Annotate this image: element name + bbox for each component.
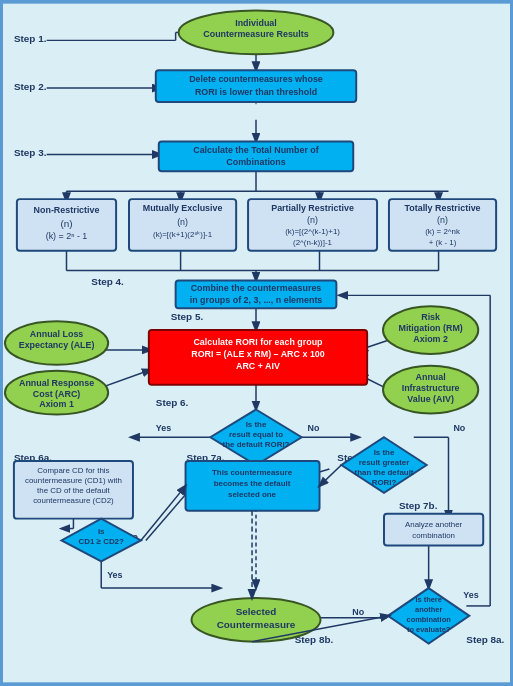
svg-text:Delete countermeasures whose: Delete countermeasures whose [189,74,323,84]
svg-text:Countermeasure Results: Countermeasure Results [203,29,308,39]
svg-text:Annual: Annual [416,372,446,382]
svg-text:+ (k - 1): + (k - 1) [429,238,457,247]
svg-text:(n): (n) [177,217,188,227]
svg-text:RORI is lower than threshold: RORI is lower than threshold [195,87,317,97]
step3-label: Step 3. [14,147,47,158]
svg-text:the CD of the default: the CD of the default [37,486,110,495]
step5-label: Step 5. [171,311,204,322]
svg-text:the default RORI?: the default RORI? [223,440,290,449]
svg-text:Yes: Yes [107,570,122,580]
step6-label: Step 6. [156,397,189,408]
svg-text:Axiom 2: Axiom 2 [413,334,448,344]
svg-text:another: another [415,605,442,614]
svg-text:CD1 ≥ CD2?: CD1 ≥ CD2? [79,537,124,546]
svg-text:Expectancy (ALE): Expectancy (ALE) [19,340,95,350]
svg-text:Analyze another: Analyze another [405,520,463,529]
svg-text:Combine the countermeasures: Combine the countermeasures [191,283,322,293]
svg-text:Risk: Risk [421,312,440,322]
svg-text:Is: Is [98,527,105,536]
svg-text:combination: combination [407,615,452,624]
step1-label: Step 1. [14,33,47,44]
svg-text:combination: combination [412,531,455,540]
svg-text:(2^(n-k))]-1: (2^(n-k))]-1 [293,238,333,247]
svg-text:Is the: Is the [246,420,267,429]
svg-text:in groups of 2, 3, ..., n elem: in groups of 2, 3, ..., n elements [190,295,323,305]
svg-text:Value (AIV): Value (AIV) [407,394,454,404]
svg-text:RORI?: RORI? [372,478,397,487]
svg-text:selected one: selected one [228,490,277,499]
svg-text:Cost (ARC): Cost (ARC) [33,389,81,399]
svg-text:Compare CD for this: Compare CD for this [37,466,109,475]
svg-text:(k)=[(k+1)(2ⁿᵏ)]-1: (k)=[(k+1)(2ⁿᵏ)]-1 [153,230,213,239]
flowchart-container: Step 1. Step 2. Step 3. Step 4. Step 5. … [0,0,513,686]
svg-text:Is the: Is the [374,448,395,457]
step7b-label: Step 7b. [399,500,438,511]
svg-text:Infrastructure: Infrastructure [402,383,460,393]
svg-text:Non-Restrictive: Non-Restrictive [34,205,100,215]
svg-text:Axiom 1: Axiom 1 [39,399,74,409]
svg-text:Annual Loss: Annual Loss [30,329,83,339]
svg-text:(k) = 2^nk: (k) = 2^nk [425,227,460,236]
svg-text:Mitigation (RM): Mitigation (RM) [398,323,462,333]
svg-text:(n): (n) [437,215,448,225]
svg-text:(n): (n) [307,215,318,225]
svg-text:RORI = (ALE x RM) – ARC x 100: RORI = (ALE x RM) – ARC x 100 [191,349,325,359]
svg-text:(k) = 2ⁿ - 1: (k) = 2ⁿ - 1 [46,231,88,241]
svg-text:result equal to: result equal to [229,430,283,439]
svg-text:This countermeasure: This countermeasure [212,468,293,477]
svg-text:Yes: Yes [156,423,171,433]
svg-text:Calculate the Total Number of: Calculate the Total Number of [193,145,319,155]
svg-text:Is there: Is there [415,595,441,604]
svg-text:ARC + AIV: ARC + AIV [236,361,280,371]
svg-text:Mutually Exclusive: Mutually Exclusive [143,203,223,213]
step2-label: Step 2. [14,81,47,92]
svg-text:countermeasure (CD2): countermeasure (CD2) [33,496,114,505]
svg-text:Selected: Selected [236,606,277,617]
svg-text:result greater: result greater [359,458,410,467]
svg-text:No: No [352,607,364,617]
step8a-label: Step 8a. [466,634,504,645]
svg-text:(n): (n) [60,218,72,229]
svg-rect-118 [384,514,483,546]
svg-text:to evaluate?: to evaluate? [407,625,451,634]
svg-text:No: No [453,423,465,433]
svg-text:Partially Restrictive: Partially Restrictive [271,203,354,213]
svg-text:(k)=[(2^(k-1)+1): (k)=[(2^(k-1)+1) [285,227,340,236]
svg-text:countermeasure (CD1) with: countermeasure (CD1) with [25,476,122,485]
svg-text:Calculate RORI for each group: Calculate RORI for each group [193,337,323,347]
svg-text:than the default: than the default [355,468,414,477]
step4-label: Step 4. [91,276,124,287]
svg-text:Combinations: Combinations [226,157,285,167]
svg-text:Annual Response: Annual Response [19,378,94,388]
svg-text:Individual: Individual [235,18,277,28]
svg-text:Totally Restrictive: Totally Restrictive [405,203,481,213]
svg-text:Yes: Yes [463,590,478,600]
svg-text:becomes the default: becomes the default [214,479,291,488]
svg-text:Countermeasure: Countermeasure [217,619,296,630]
svg-text:No: No [308,423,320,433]
